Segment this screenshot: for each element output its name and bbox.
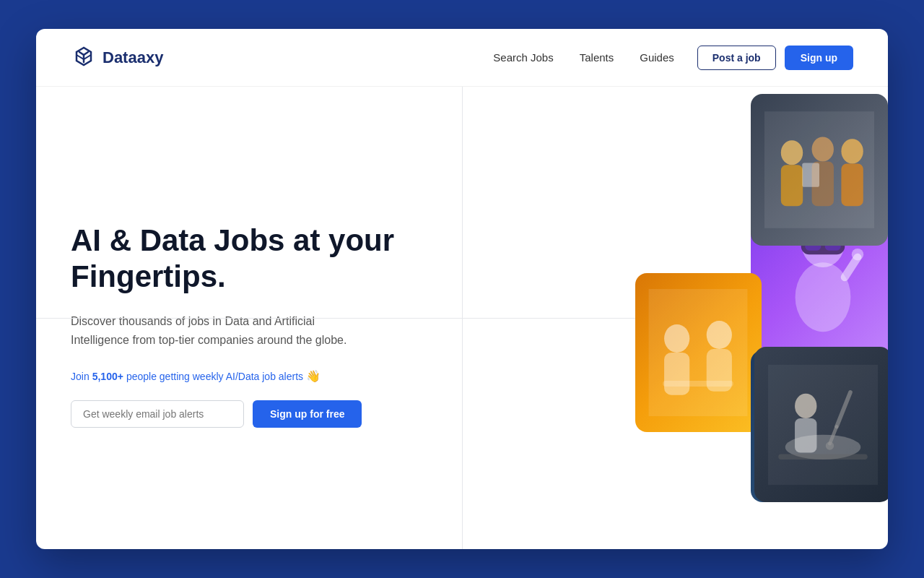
svg-rect-15 <box>781 165 803 206</box>
doctor-illustration <box>768 363 878 487</box>
email-row: Sign up for free <box>71 400 427 428</box>
svg-point-6 <box>851 249 863 260</box>
team-photo <box>751 94 888 246</box>
svg-rect-9 <box>664 353 689 395</box>
hero-left: AI & Data Jobs at your Fingertips. Disco… <box>36 87 462 549</box>
logo[interactable]: Dataaxy <box>71 45 163 71</box>
hero-subtitle: Discover thousands of jobs in Data and A… <box>71 312 359 349</box>
signup-free-button[interactable]: Sign up for free <box>253 400 362 428</box>
svg-point-16 <box>812 137 834 161</box>
svg-rect-19 <box>841 163 863 206</box>
nav-guides[interactable]: Guides <box>640 51 674 64</box>
meeting-photo <box>635 273 762 432</box>
logo-text: Dataaxy <box>103 48 163 67</box>
svg-rect-7 <box>649 289 748 416</box>
email-input[interactable] <box>71 400 244 428</box>
nav-talents[interactable]: Talents <box>580 51 614 64</box>
photo-grid <box>650 87 888 549</box>
join-prefix: Join <box>71 371 90 382</box>
doctor-photo <box>754 347 888 502</box>
svg-point-10 <box>707 321 732 349</box>
join-suffix: people getting weekly AI/Data job alerts <box>126 371 303 382</box>
svg-point-18 <box>841 139 863 163</box>
svg-rect-39 <box>778 454 868 460</box>
post-job-button[interactable]: Post a job <box>697 46 776 70</box>
hero-title: AI & Data Jobs at your Fingertips. <box>71 223 427 296</box>
svg-line-5 <box>845 257 858 277</box>
join-count: 5,100+ <box>92 371 123 382</box>
browser-window: Dataaxy Search Jobs Talents Guides Post … <box>36 29 888 549</box>
hero-right <box>462 87 888 549</box>
svg-point-34 <box>795 393 816 418</box>
nav-links: Search Jobs Talents Guides <box>493 51 674 64</box>
svg-rect-35 <box>795 418 816 452</box>
svg-rect-12 <box>663 381 733 387</box>
team-illustration <box>764 109 874 230</box>
signup-button[interactable]: Sign up <box>785 46 853 70</box>
nav-search-jobs[interactable]: Search Jobs <box>493 51 553 64</box>
svg-point-38 <box>825 441 833 449</box>
svg-point-0 <box>795 262 850 332</box>
svg-point-14 <box>781 140 803 165</box>
navbar: Dataaxy Search Jobs Talents Guides Post … <box>36 29 888 87</box>
join-emoji: 👋 <box>306 369 321 383</box>
main-content: AI & Data Jobs at your Fingertips. Disco… <box>36 87 888 549</box>
svg-point-8 <box>664 324 689 353</box>
logo-icon <box>71 45 97 71</box>
join-line: Join 5,100+ people getting weekly AI/Dat… <box>71 369 427 383</box>
svg-rect-20 <box>802 163 819 187</box>
svg-rect-32 <box>768 364 878 484</box>
meeting-illustration <box>648 289 749 416</box>
